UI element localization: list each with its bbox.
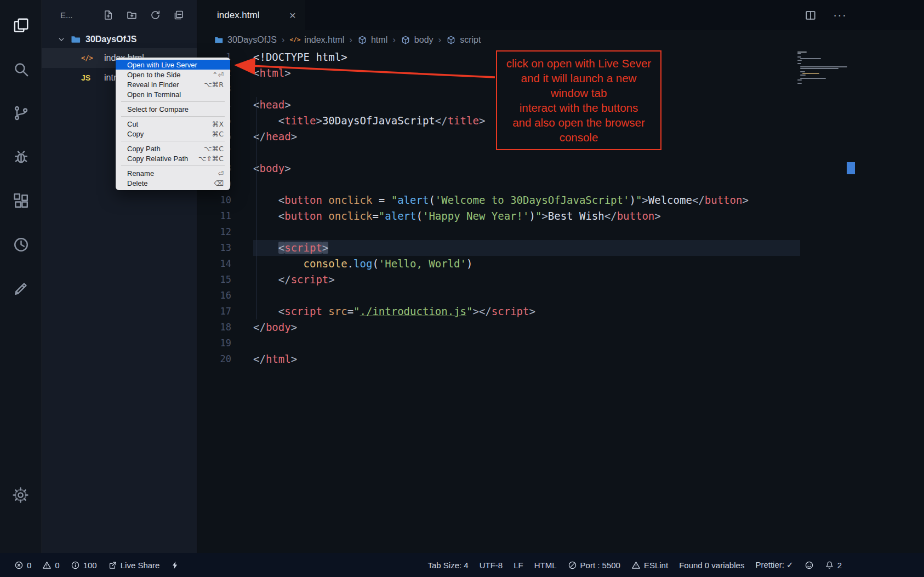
minimap[interactable] bbox=[797, 52, 848, 84]
annotation-line: interact with the buttons bbox=[499, 100, 658, 115]
menu-item-reveal-in-finder[interactable]: Reveal in Finder⌥⌘R bbox=[116, 79, 230, 89]
menu-item-copy-relative-path[interactable]: Copy Relative Path⌥⇧⌘C bbox=[116, 153, 230, 163]
code-token: > bbox=[529, 305, 535, 317]
new-file-icon[interactable] bbox=[102, 9, 114, 21]
breadcrumb-index-html[interactable]: </>index.html bbox=[289, 35, 344, 45]
breadcrumb-body[interactable]: body bbox=[401, 35, 434, 45]
code-token: </ bbox=[435, 115, 448, 127]
explorer-title: E... bbox=[60, 10, 73, 20]
breadcrumb-script[interactable]: script bbox=[446, 35, 481, 45]
menu-item-rename[interactable]: Rename⏎ bbox=[116, 168, 230, 178]
breadcrumb-separator: › bbox=[438, 35, 442, 45]
code-line-18[interactable]: 18</body> bbox=[197, 319, 924, 335]
code-line-8[interactable]: 8<body> bbox=[197, 161, 924, 176]
menu-item-label: Rename bbox=[127, 169, 154, 178]
status-item-found-0-variables[interactable]: Found 0 variables bbox=[674, 553, 750, 577]
code-line-13[interactable]: 13 <script> bbox=[197, 240, 924, 256]
explorer-icon[interactable] bbox=[0, 3, 42, 47]
status-item-lf[interactable]: LF bbox=[508, 553, 529, 577]
breadcrumb-label: 30DaysOfJS bbox=[227, 35, 277, 45]
menu-item-label: Cut bbox=[127, 120, 138, 128]
status-item-2[interactable]: 2 bbox=[819, 553, 847, 577]
status-label: UTF-8 bbox=[480, 561, 503, 570]
context-menu: Open with Live ServerOpen to the Side⌃⏎R… bbox=[116, 58, 230, 190]
collapse-all-icon[interactable] bbox=[173, 9, 185, 21]
menu-item-copy-path[interactable]: Copy Path⌥⌘C bbox=[116, 144, 230, 153]
code-line-17[interactable]: 17 <script src="./introduction.js"></scr… bbox=[197, 304, 924, 319]
search-icon[interactable] bbox=[0, 47, 42, 91]
menu-item-cut[interactable]: Cut⌘X bbox=[116, 119, 230, 129]
status-item-eslint[interactable]: ESLint bbox=[626, 553, 674, 577]
more-actions-icon[interactable]: ··· bbox=[833, 8, 847, 22]
new-folder-icon[interactable] bbox=[126, 9, 138, 21]
root-folder-label: 30DaysOfJS bbox=[85, 35, 136, 44]
status-item-zap[interactable] bbox=[165, 553, 185, 577]
code-text: <head> bbox=[253, 97, 291, 113]
status-right: Tab Size: 4UTF-8LFHTMLPort : 5500ESLintF… bbox=[422, 553, 847, 577]
vscode-window: E... 30DaysOfJS </>index.htmlJSintroduct… bbox=[0, 0, 924, 577]
line-number: 15 bbox=[197, 272, 231, 288]
code-token: title bbox=[448, 115, 479, 127]
code-line-14[interactable]: 14 console.log('Hello, World') bbox=[197, 256, 924, 272]
code-token: src bbox=[328, 305, 347, 317]
breadcrumb-30daysofjs[interactable]: 30DaysOfJS bbox=[214, 35, 277, 45]
code-line-9[interactable]: 9 bbox=[197, 176, 924, 192]
menu-item-copy[interactable]: Copy⌘C bbox=[116, 129, 230, 139]
breadcrumb-html[interactable]: html bbox=[357, 35, 387, 45]
code-token: alert bbox=[397, 194, 429, 206]
status-item-utf-8[interactable]: UTF-8 bbox=[474, 553, 509, 577]
code-token: script bbox=[291, 273, 329, 285]
code-line-12[interactable]: 12 bbox=[197, 224, 924, 240]
refresh-icon[interactable] bbox=[150, 9, 161, 21]
breadcrumb-separator: › bbox=[392, 35, 396, 45]
status-item-100[interactable]: 100 bbox=[65, 553, 102, 577]
folder-root-row[interactable]: 30DaysOfJS bbox=[42, 30, 197, 48]
code-line-11[interactable]: 11 <button onclick="alert('Happy New Yea… bbox=[197, 208, 924, 224]
minimap-line bbox=[797, 63, 801, 64]
status-label: Found 0 variables bbox=[679, 561, 744, 570]
menu-separator bbox=[121, 165, 225, 166]
code-line-10[interactable]: 10 <button onclick = "alert('Welcome to … bbox=[197, 192, 924, 208]
code-line-20[interactable]: 20</html> bbox=[197, 351, 924, 367]
menu-item-open-with-live-server[interactable]: Open with Live Server bbox=[116, 60, 230, 70]
extensions-icon[interactable] bbox=[0, 179, 42, 222]
code-line-15[interactable]: 15 </script> bbox=[197, 272, 924, 288]
minimap-line bbox=[800, 78, 826, 79]
activity-bar-bottom bbox=[0, 473, 41, 517]
status-item-tab-size-4[interactable]: Tab Size: 4 bbox=[422, 553, 474, 577]
tab-close-icon[interactable]: × bbox=[289, 9, 296, 21]
menu-item-label: Delete bbox=[127, 179, 148, 187]
split-editor-icon[interactable] bbox=[805, 9, 817, 21]
status-item-0[interactable]: 0 bbox=[37, 553, 65, 577]
minimap-line bbox=[797, 56, 801, 58]
code-token: ( bbox=[417, 210, 423, 222]
menu-separator bbox=[121, 141, 225, 141]
code-token: < bbox=[278, 115, 284, 127]
status-item-0[interactable]: 0 bbox=[9, 553, 37, 577]
status-item-smiley[interactable] bbox=[799, 553, 819, 577]
debug-icon[interactable] bbox=[0, 135, 42, 179]
breadcrumb-separator: › bbox=[349, 35, 352, 45]
menu-item-label: Open in Terminal bbox=[127, 90, 181, 99]
history-icon[interactable] bbox=[0, 222, 42, 266]
source-control-icon[interactable] bbox=[0, 91, 42, 135]
menu-item-delete[interactable]: Delete⌫ bbox=[116, 178, 230, 188]
line-number: 16 bbox=[197, 288, 231, 304]
menu-item-open-to-the-side[interactable]: Open to the Side⌃⏎ bbox=[116, 70, 230, 79]
code-line-19[interactable]: 19 bbox=[197, 335, 924, 351]
status-item-html[interactable]: HTML bbox=[529, 553, 562, 577]
tab-index-html[interactable]: index.html × bbox=[197, 0, 305, 30]
menu-item-select-for-compare[interactable]: Select for Compare bbox=[116, 104, 230, 114]
menu-item-shortcut: ⌫ bbox=[214, 179, 224, 187]
status-item-live-share[interactable]: Live Share bbox=[102, 553, 166, 577]
code-token: onclick bbox=[328, 210, 372, 222]
status-item-port-5500[interactable]: Port : 5500 bbox=[562, 553, 626, 577]
code-token: </ bbox=[253, 353, 266, 365]
code-line-16[interactable]: 16 bbox=[197, 288, 924, 304]
menu-item-open-in-terminal[interactable]: Open in Terminal bbox=[116, 89, 230, 99]
settings-gear-icon[interactable] bbox=[0, 473, 42, 517]
status-item-prettier[interactable]: Prettier: ✓ bbox=[750, 553, 798, 577]
code-token bbox=[253, 242, 278, 254]
pen-icon[interactable] bbox=[0, 266, 42, 310]
code-token: 'Hello, World' bbox=[379, 258, 466, 270]
